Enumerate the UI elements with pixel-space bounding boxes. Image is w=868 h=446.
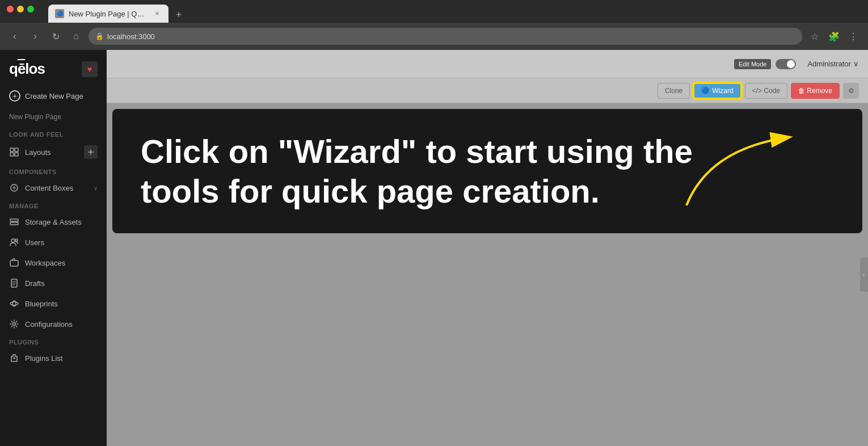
content-topbar: Edit Mode Administrator ∨: [107, 50, 868, 78]
blueprints-icon: [9, 298, 19, 309]
drafts-label: Drafts: [25, 279, 98, 288]
section-plugins: PLUGINS: [0, 334, 107, 348]
sidebar-item-drafts[interactable]: Drafts: [0, 273, 107, 293]
remove-button[interactable]: 🗑 Remove: [791, 83, 840, 99]
drafts-icon: [9, 278, 19, 288]
address-text: localhost:3000: [107, 32, 155, 41]
create-label: Create New Page: [25, 92, 83, 100]
extensions-icon[interactable]: 🧩: [826, 28, 842, 44]
content-boxes-label: Content Boxes: [25, 184, 88, 192]
svg-rect-1: [15, 148, 18, 152]
admin-chevron-icon: ∨: [853, 60, 859, 68]
traffic-light-red[interactable]: [7, 6, 14, 12]
settings-button[interactable]: ⚙: [843, 83, 859, 99]
workspaces-icon: [9, 258, 19, 268]
browser-tab[interactable]: 🔵 New Plugin Page | QELOS ×: [48, 5, 168, 23]
section-components: COMPONENTS: [0, 164, 107, 178]
traffic-light-green[interactable]: [27, 6, 34, 12]
workspaces-label: Workspaces: [25, 259, 98, 267]
address-lock-icon: 🔒: [95, 32, 104, 40]
wizard-button[interactable]: 🔵 Wizard: [693, 83, 741, 99]
bookmark-icon[interactable]: ☆: [807, 28, 823, 44]
sidebar-item-plugins-list[interactable]: Plugins List: [0, 348, 107, 368]
app-logo: qēlos: [9, 60, 45, 78]
sidebar-heart-icon[interactable]: ♥: [82, 61, 98, 77]
code-button[interactable]: </> Code: [745, 83, 787, 99]
right-panel-handle[interactable]: ‹: [860, 258, 868, 292]
sidebar-item-users[interactable]: Users: [0, 232, 107, 253]
nav-forward-button[interactable]: ›: [27, 28, 43, 44]
svg-rect-9: [10, 260, 18, 266]
clone-button[interactable]: Clone: [658, 83, 690, 99]
svg-point-7: [11, 239, 15, 242]
wizard-label: Wizard: [712, 87, 733, 95]
section-manage: MANAGE: [0, 198, 107, 212]
edit-mode-toggle[interactable]: [776, 59, 796, 69]
main-content: Edit Mode Administrator ∨ Clone 🔵 Wizard…: [107, 50, 868, 446]
settings-icon: ⚙: [848, 87, 854, 95]
layouts-action-icon[interactable]: [84, 145, 98, 159]
layouts-icon: [9, 147, 19, 157]
plugins-list-label: Plugins List: [25, 354, 98, 363]
svg-rect-5: [10, 219, 18, 221]
section-look-and-feel: LOOK AND FEEL: [0, 127, 107, 140]
configurations-icon: [9, 319, 19, 329]
nav-refresh-button[interactable]: ↻: [48, 28, 64, 44]
handle-icon: ‹: [863, 272, 865, 278]
nav-home-button[interactable]: ⌂: [68, 28, 84, 44]
tab-title: New Plugin Page | QELOS: [69, 10, 148, 18]
svg-rect-6: [10, 222, 18, 225]
sidebar-item-content-boxes[interactable]: Content Boxes ∨: [0, 178, 107, 198]
edit-mode-label: Edit Mode: [734, 59, 772, 69]
address-bar[interactable]: 🔒 localhost:3000: [89, 28, 802, 45]
sidebar-item-blueprints[interactable]: Blueprints: [0, 293, 107, 314]
layouts-label: Layouts: [25, 148, 78, 157]
nav-back-button[interactable]: ‹: [7, 28, 23, 44]
svg-point-12: [10, 302, 18, 305]
sidebar-item-storage[interactable]: Storage & Assets: [0, 212, 107, 232]
sidebar: qēlos ♥ + Create New Page New Plugin Pag…: [0, 50, 107, 446]
tab-close-button[interactable]: ×: [153, 9, 162, 18]
storage-label: Storage & Assets: [25, 218, 98, 226]
create-new-page-button[interactable]: + Create New Page: [7, 87, 100, 105]
tab-favicon: 🔵: [55, 9, 64, 18]
blueprints-label: Blueprints: [25, 300, 98, 308]
svg-rect-0: [10, 148, 14, 152]
code-label: </> Code: [752, 87, 780, 95]
users-label: Users: [25, 238, 98, 247]
svg-point-13: [13, 323, 16, 326]
storage-icon: [9, 217, 19, 227]
content-boxes-expand-icon: ∨: [94, 185, 98, 191]
sidebar-item-layouts[interactable]: Layouts: [0, 140, 107, 164]
current-page-name: New Plugin Page: [0, 112, 107, 127]
sidebar-item-configurations[interactable]: Configurations: [0, 314, 107, 334]
plugins-icon: [9, 353, 19, 363]
action-bar: Clone 🔵 Wizard </> Code 🗑 Remove ⚙: [107, 78, 868, 103]
create-icon: +: [9, 90, 20, 102]
admin-dropdown[interactable]: Administrator ∨: [807, 60, 859, 68]
content-boxes-icon: [9, 183, 19, 193]
new-tab-button[interactable]: +: [171, 7, 187, 23]
wizard-icon: 🔵: [701, 87, 709, 94]
users-icon: [9, 237, 19, 247]
wizard-instruction-banner: Click on "Wizard" to start using the too…: [112, 109, 862, 233]
remove-label: 🗑 Remove: [798, 87, 832, 95]
svg-rect-3: [15, 153, 18, 156]
content-area: Click on "Wizard" to start using the too…: [107, 103, 868, 446]
wizard-banner-text: Click on "Wizard" to start using the too…: [141, 132, 693, 211]
configurations-label: Configurations: [25, 320, 98, 329]
admin-label: Administrator: [807, 60, 851, 68]
sidebar-header: qēlos ♥: [0, 50, 107, 85]
svg-point-8: [15, 239, 18, 241]
traffic-light-yellow[interactable]: [17, 6, 24, 12]
clone-label: Clone: [665, 87, 682, 95]
browser-menu-icon[interactable]: ⋮: [845, 28, 861, 44]
svg-rect-2: [10, 153, 14, 156]
edit-mode-area: Edit Mode Administrator ∨: [734, 59, 859, 69]
sidebar-item-workspaces[interactable]: Workspaces: [0, 253, 107, 273]
